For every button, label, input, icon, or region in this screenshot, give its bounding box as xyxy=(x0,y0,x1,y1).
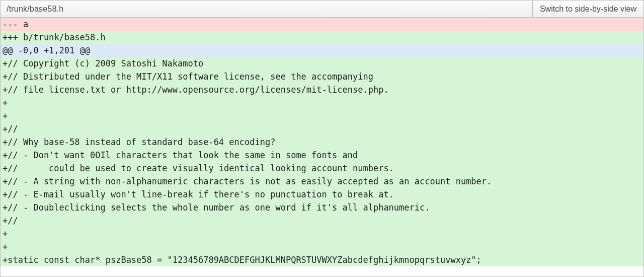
diff-header-bar: /trunk/base58.h Switch to side-by-side v… xyxy=(1,1,643,18)
file-path: /trunk/base58.h xyxy=(1,1,532,17)
diff-line: + xyxy=(1,227,643,240)
diff-line: +++ b/trunk/base58.h xyxy=(1,31,643,44)
diff-line: +// Distributed under the MIT/X11 softwa… xyxy=(1,70,643,83)
diff-line: +// - A string with non-alphanumeric cha… xyxy=(1,175,643,188)
diff-line: +// xyxy=(1,214,643,227)
diff-line: --- a xyxy=(1,18,643,31)
diff-line: + xyxy=(1,96,643,109)
diff-viewer: /trunk/base58.h Switch to side-by-side v… xyxy=(0,0,644,277)
diff-line: +// - Don't want 0OIl characters that lo… xyxy=(1,149,643,162)
diff-line: + xyxy=(1,109,643,122)
diff-line: @@ -0,0 +1,201 @@ xyxy=(1,44,643,57)
diff-line: +// file license.txt or http://www.opens… xyxy=(1,83,643,96)
diff-body: --- a+++ b/trunk/base58.h@@ -0,0 +1,201 … xyxy=(1,18,643,276)
switch-view-button[interactable]: Switch to side-by-side view xyxy=(532,1,643,17)
diff-line: +// could be used to create visually ide… xyxy=(1,162,643,175)
diff-line: +// - E-mail usually won't line-break if… xyxy=(1,188,643,201)
diff-line: +// - Doubleclicking selects the whole n… xyxy=(1,201,643,214)
diff-line: + xyxy=(1,240,643,253)
diff-line: +// xyxy=(1,122,643,135)
diff-line: +// Why base-58 instead of standard base… xyxy=(1,135,643,149)
diff-line: +static const char* pszBase58 = "1234567… xyxy=(1,253,643,266)
diff-line: +// Copyright (c) 2009 Satoshi Nakamoto xyxy=(1,57,643,70)
